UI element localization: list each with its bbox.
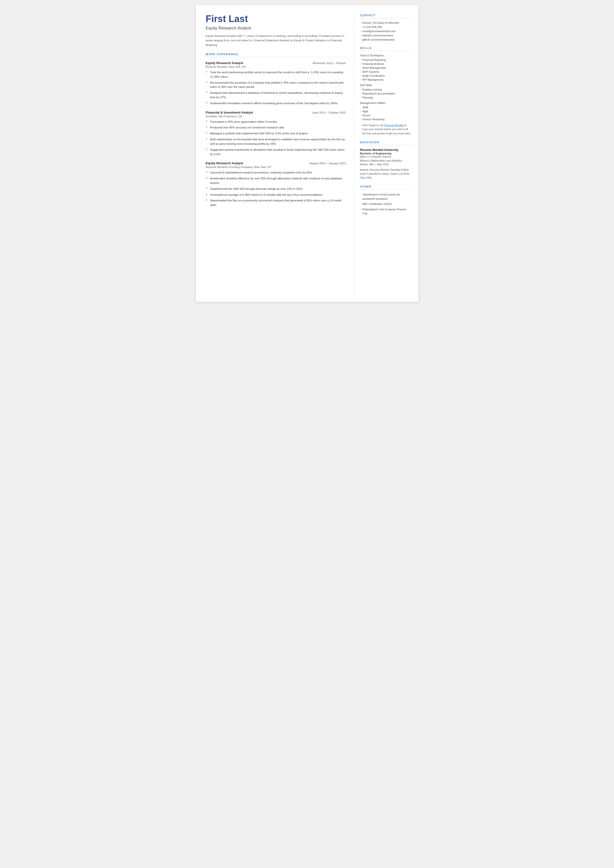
job-block-1: Equity Research Analyst November 2015 – … (206, 61, 346, 106)
contact-item-1: Denver, OH (Open to Remote) (360, 21, 412, 24)
skill-2-3: Planning (360, 96, 412, 99)
promo-text: Don't forget to use Resume Worded to sca… (360, 123, 412, 135)
skill-1-4: ERP Systems (360, 70, 412, 73)
job-title-1: Equity Research Analyst (206, 61, 243, 65)
skill-2-1: Problem-solving (360, 88, 412, 91)
candidate-summary: Equity Research Analyst with 7+ years of… (206, 34, 346, 47)
skill-1-1: Financial Reporting (360, 58, 412, 61)
skills-cat-2: Soft Skills: (360, 84, 412, 87)
candidate-name: First Last (206, 14, 346, 24)
bullet-2-5: Suggested several investments & allocati… (206, 148, 346, 157)
skill-1-5: Audit Coordination (360, 74, 412, 77)
right-column: CONTACT Denver, OH (Open to Remote) +1-2… (354, 5, 419, 302)
job-title-2: Financial & Investment Analyst (206, 110, 253, 114)
edu-degree: Bachelor of Engineering (360, 152, 412, 155)
job-company-1: Resume Worded, New York, NY (206, 65, 346, 68)
job-header-1: Equity Research Analyst November 2015 – … (206, 61, 346, 65)
left-column: First Last Equity Research Analyst Equit… (196, 5, 354, 302)
other-section: OTHER Volunteered in local income tax as… (360, 185, 412, 216)
bullet-3-5: Spearheaded the Buy on a previously unco… (206, 199, 346, 207)
skill-2-2: Reporting & documentation (360, 92, 412, 95)
other-list: Volunteered in local income tax assistan… (360, 193, 412, 216)
job-block-2: Financial & Investment Analyst June 2013… (206, 110, 346, 157)
edu-school: Resume Worded University (360, 148, 412, 152)
skill-1-3: Asset Management (360, 66, 412, 69)
skill-1-6: KPI Management (360, 78, 412, 81)
skill-3-3: Scrum (360, 114, 412, 117)
skill-1-2: Financial Analysis (360, 62, 412, 65)
other-item-2: ABC Certification (2022) (360, 202, 412, 206)
job-bullets-2: Forecasted a 33% price appreciation with… (206, 120, 346, 157)
job-bullets-3: Improved & standardized research procedu… (206, 171, 346, 207)
skills-section-title: SKILLS (360, 47, 412, 51)
work-experience-section-title: WORK EXPERIENCE (206, 53, 346, 57)
job-title-3: Equity Research Analyst (206, 161, 243, 165)
job-block-3: Equity Research Analyst August 2010 – Ja… (206, 161, 346, 207)
contact-item-2: +1-234-456-789 (360, 25, 412, 28)
bullet-3-3: Outperformed the S&P 500 through persona… (206, 187, 346, 191)
skill-3-4: Source Versioning (360, 118, 412, 121)
edu-major: Major in Computer Science (360, 155, 412, 159)
edu-minors: Minors in Mathematics and Statistics (360, 159, 412, 163)
bullet-1-3: Designed and administered a database of … (206, 91, 346, 100)
skills-cat-3: Management Utilities: (360, 101, 412, 104)
bullet-2-1: Forecasted a 33% price appreciation with… (206, 120, 346, 124)
bullet-2-3: Managed a portfolio that outperformed S&… (206, 131, 346, 136)
job-dates-3: August 2010 – January 2013 (309, 162, 346, 165)
contact-item-4: linkedin.com/in/username (360, 34, 412, 37)
candidate-title: Equity Research Analyst (206, 26, 346, 31)
bullet-3-4: Generated an average of 5.96% returns in… (206, 193, 346, 197)
bullet-3-1: Improved & standardized research procedu… (206, 171, 346, 175)
job-company-3: Resume Worded's Exciting Company, New Yo… (206, 166, 346, 169)
job-header-3: Equity Research Analyst August 2010 – Ja… (206, 161, 346, 165)
bullet-1-2: Recommended the purchase of a company th… (206, 81, 346, 90)
bullet-2-2: Produced over 85% accuracy on investment… (206, 126, 346, 130)
job-header-2: Financial & Investment Analyst June 2013… (206, 110, 346, 114)
resume-container: First Last Equity Research Analyst Equit… (196, 5, 419, 302)
education-block: Resume Worded University Bachelor of Eng… (360, 148, 412, 180)
contact-list: Denver, OH (Open to Remote) +1-234-456-7… (360, 21, 412, 41)
contact-item-3: email@resumeworded.com (360, 30, 412, 33)
skills-cat-1: Tools & Techniques: (360, 54, 412, 57)
contact-item-5: github.com/resumeworded (360, 38, 412, 41)
edu-awards: Awards: Resume Worded Teaching Fellow (o… (360, 168, 412, 180)
education-section-title: EDUCATION (360, 141, 412, 145)
contact-section-title: CONTACT (360, 14, 412, 18)
skill-3-2: Agile (360, 110, 412, 113)
other-item-1: Volunteered in local income tax assistan… (360, 193, 412, 201)
bullet-3-2: Ameliorated workflow efficiency by over … (206, 176, 346, 185)
skills-list-3: JIRA Agile Scrum Source Versioning (360, 106, 412, 121)
promo-link[interactable]: Resume Worded (384, 124, 404, 127)
other-item-3: Participated in the Euopean Finance Cup. (360, 207, 412, 216)
contact-section: CONTACT Denver, OH (Open to Remote) +1-2… (360, 14, 412, 41)
bullet-2-4: Built relationships on the buyside that … (206, 137, 346, 146)
job-dates-2: June 2013 – October 2015 (312, 111, 346, 114)
bullet-1-1: Took the worst performing portfolio sect… (206, 70, 346, 79)
job-company-2: Growthsi, San Francisco, CA (206, 115, 346, 118)
skill-3-1: JIRA (360, 106, 412, 109)
skills-list-2: Problem-solving Reporting & documentatio… (360, 88, 412, 99)
job-dates-1: November 2015 – Present (313, 62, 346, 65)
skills-list-1: Financial Reporting Financial Analysis A… (360, 58, 412, 81)
job-bullets-1: Took the worst performing portfolio sect… (206, 70, 346, 106)
bullet-1-4: Implemented innovattive research efforts… (206, 101, 346, 106)
edu-location-date: Boston, MA — May 2018 (360, 163, 412, 166)
skills-section: SKILLS Tools & Techniques: Financial Rep… (360, 47, 412, 135)
education-section: EDUCATION Resume Worded University Bache… (360, 141, 412, 180)
other-section-title: OTHER (360, 185, 412, 189)
